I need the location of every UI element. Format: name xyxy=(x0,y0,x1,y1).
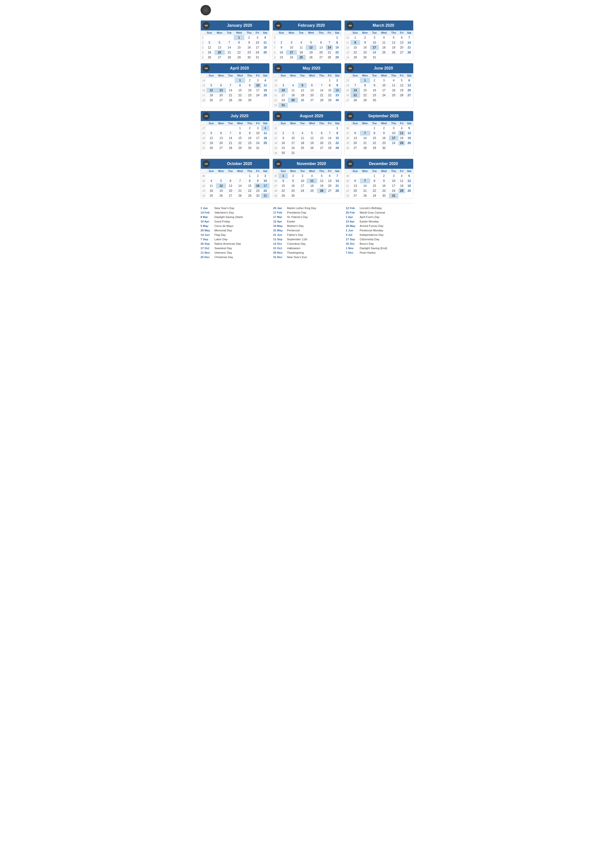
calendar-day: 23 xyxy=(244,50,254,55)
calendar-day xyxy=(360,174,370,179)
calendar-day: 16 xyxy=(379,136,389,141)
table-row: 2567891011 xyxy=(201,40,269,45)
table-row: 4425262728293031 xyxy=(201,193,269,198)
month-calendar: 365June 2020SunMonTueWedThuFriSat2312345… xyxy=(344,63,413,108)
week-header xyxy=(201,121,207,126)
calendar-day: 29 xyxy=(278,193,288,198)
calendar-day: 15 xyxy=(370,136,379,141)
list-item: 21 JunFather's Day xyxy=(273,233,341,237)
calendar-day: 5 xyxy=(207,83,216,88)
list-item: 17 MarSt. Patrick's Day xyxy=(273,215,341,219)
calendar-day: 16 xyxy=(245,136,254,141)
calendar-day: 22 xyxy=(235,141,245,146)
day-header: Fri xyxy=(398,169,405,174)
month-header: 365February 2020 xyxy=(273,20,341,31)
day-header: Fri xyxy=(326,73,333,78)
calendar-day xyxy=(307,150,317,155)
calendar-day: 29 xyxy=(235,98,245,103)
calendar-day: 13 xyxy=(317,136,326,141)
calendar-day xyxy=(326,193,333,198)
month-header: 365March 2020 xyxy=(345,20,413,31)
holiday-name: Easter xyxy=(287,220,295,223)
list-item: 17 SepCitizenship Day xyxy=(346,237,413,241)
calendar-day: 30 xyxy=(244,55,254,60)
day-header: Mon xyxy=(216,73,226,78)
week-number: 28 xyxy=(201,131,207,136)
month-title: September 2020 xyxy=(356,114,411,118)
day-header: Thu xyxy=(389,73,398,78)
week-number: 48 xyxy=(273,188,278,193)
month-header: 365June 2020 xyxy=(345,64,413,73)
holiday-date: 16 Oct xyxy=(346,242,358,245)
table-row: 923242526272829 xyxy=(273,55,341,60)
day-header: Wed xyxy=(307,73,317,78)
calendar-day: 5 xyxy=(398,78,405,83)
calendar-day: 30 xyxy=(379,146,389,150)
calendar-day: 20 xyxy=(316,50,326,55)
calendar-day: 5 xyxy=(405,174,413,179)
calendar-day xyxy=(297,35,306,40)
header xyxy=(201,5,413,16)
month-calendar: 365October 2020SunMonTueWedThuFriSat4012… xyxy=(201,159,270,198)
calendar-day: 12 xyxy=(216,183,226,188)
calendar-day: 25 xyxy=(398,188,405,193)
calendar-day: 25 xyxy=(298,146,307,150)
calendar-day xyxy=(405,193,413,198)
holiday-name: Armed Forces Day xyxy=(360,225,384,227)
holiday-name: Valentine's Day xyxy=(215,211,234,214)
list-item: 14 FebValentine's Day xyxy=(201,211,268,214)
calendar-day: 22 xyxy=(351,50,360,55)
calendar-day: 22 xyxy=(370,188,379,193)
calendar-day: 22 xyxy=(234,50,244,55)
day-header: Thu xyxy=(317,121,326,126)
week-number: 35 xyxy=(273,146,278,150)
calendar-day: 25 xyxy=(261,50,269,55)
holiday-date: 11 Nov xyxy=(201,251,213,254)
calendar-day: 25 xyxy=(398,141,405,146)
week-header xyxy=(345,121,350,126)
calendar-day: 6 xyxy=(307,83,317,88)
day-header: Tue xyxy=(370,73,379,78)
calendar-day: 30 xyxy=(333,98,341,103)
calendar-day: 24 xyxy=(288,146,298,150)
day-header: Fri xyxy=(254,31,261,35)
calendar-day: 8 xyxy=(234,40,244,45)
calendar-day xyxy=(405,55,413,60)
calendar-day: 14 xyxy=(326,136,333,141)
day-header: Tue xyxy=(370,121,379,126)
calendar-day xyxy=(307,78,317,83)
table-row: 3019202122232425 xyxy=(201,141,269,146)
calendar-day: 12 xyxy=(307,136,317,141)
calendar-day: 2 xyxy=(370,78,379,83)
calendar-day xyxy=(226,174,235,179)
calendar-day xyxy=(216,174,226,179)
day-header: Tue xyxy=(298,169,307,174)
holiday-date: 1 Jun xyxy=(346,229,358,232)
calendar-day: 31 xyxy=(288,150,298,155)
table-row: 2117181920212223 xyxy=(273,93,341,98)
calendar-day: 31 xyxy=(254,146,261,150)
calendar-day xyxy=(326,126,333,131)
calendar-day: 10 xyxy=(278,88,288,93)
holiday-name: Pentecost Monday xyxy=(360,229,383,232)
day-header: Thu xyxy=(389,121,398,126)
calendar-day: 17 xyxy=(288,141,298,146)
calendar-day: 8 xyxy=(278,178,288,183)
calendar-day: 27 xyxy=(351,193,360,198)
month-calendar: 365July 2020SunMonTueWedThuFriSat2712342… xyxy=(201,111,270,156)
calendar-day: 12 xyxy=(298,88,307,93)
calendar-day: 18 xyxy=(398,183,405,188)
calendar-day: 5 xyxy=(205,40,214,45)
calendar-day: 1 xyxy=(360,78,370,83)
day-header: Thu xyxy=(389,169,398,174)
holidays-grid: 1 JanNew Year's Day20 JanMartin Luther K… xyxy=(201,206,413,259)
calendar-day: 17 xyxy=(261,183,269,188)
calendar-day: 1 xyxy=(245,174,254,179)
calendar-day xyxy=(261,55,269,60)
table-row: 451234567 xyxy=(273,174,341,179)
calendar-day: 2 xyxy=(254,174,261,179)
week-number: 36 xyxy=(273,150,278,155)
calendar-day: 25 xyxy=(261,93,269,98)
calendar-day: 25 xyxy=(389,93,398,98)
calendar-day: 28 xyxy=(226,98,235,103)
